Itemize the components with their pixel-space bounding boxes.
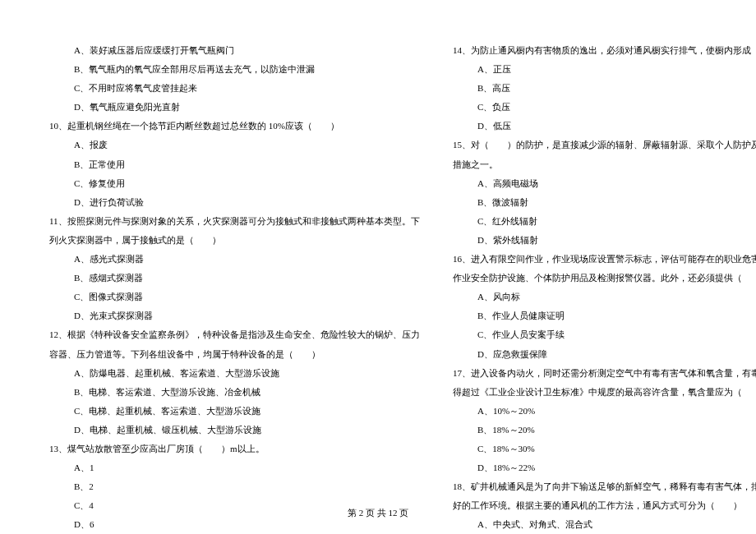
q12-option-d: D、电梯、起重机械、锻压机械、大型游乐设施 xyxy=(49,421,420,440)
q13-stem: 13、煤气站放散管至少应高出厂房顶（ ）m以上。 xyxy=(49,440,420,458)
q17-stem-line1: 17、进入设备内动火，同时还需分析测定空气中有毒有害气体和氧含量，有毒有害气体含… xyxy=(453,364,756,383)
q15-option-b: B、微波辐射 xyxy=(453,193,756,212)
q17-option-a: A、10%～20% xyxy=(453,402,756,421)
q15-option-a: A、高频电磁场 xyxy=(453,174,756,193)
q13-option-a: A、1 xyxy=(49,458,420,477)
q16-option-c: C、作业人员安案手续 xyxy=(453,325,756,344)
q16-stem-line1: 16、进入有限空间作业，作业现场应设置警示标志，评估可能存在的职业危害，并提供合… xyxy=(453,250,756,269)
q16-option-b: B、作业人员健康证明 xyxy=(453,306,756,325)
page-content: A、装好减压器后应缓缓打开氧气瓶阀门 B、氧气瓶内的氧气应全部用尽后再送去充气，… xyxy=(49,41,707,534)
q10-option-c: C、修复使用 xyxy=(49,174,420,193)
q15-stem-line2: 措施之一。 xyxy=(453,155,756,174)
q16-option-a: A、风向标 xyxy=(453,288,756,306)
q15-stem-line1: 15、对（ ）的防护，是直接减少源的辐射、屏蔽辐射源、采取个人防护及执行安全规则… xyxy=(453,136,756,154)
q16-stem-line2: 作业安全防护设施、个体防护用品及检测报警仪器。此外，还必须提供（ ） xyxy=(453,269,756,288)
q18-stem-line1: 18、矿井机械通风是为了向井下输送足够的新鲜空气，稀释有毒有害气体，排除矿尘，保… xyxy=(453,477,756,496)
q10-option-b: B、正常使用 xyxy=(49,155,420,174)
q14-option-d: D、低压 xyxy=(453,117,756,136)
q17-option-b: B、18%～20% xyxy=(453,421,756,440)
q10-option-d: D、进行负荷试验 xyxy=(49,193,420,212)
q14-option-a: A、正压 xyxy=(453,60,756,79)
q9-option-a: A、装好减压器后应缓缓打开氧气瓶阀门 xyxy=(49,41,420,60)
q11-option-a: A、感光式探测器 xyxy=(49,250,420,269)
q10-option-a: A、报废 xyxy=(49,136,420,154)
right-column: 14、为防止通风橱内有害物质的逸出，必须对通风橱实行排气，使橱内形成（ ）状态。… xyxy=(453,41,756,534)
q15-option-d: D、紫外线辐射 xyxy=(453,231,756,250)
q15-option-c: C、红外线辐射 xyxy=(453,212,756,231)
q12-option-a: A、防爆电器、起重机械、客运索道、大型游乐设施 xyxy=(49,364,420,383)
q16-option-d: D、应急救援保障 xyxy=(453,345,756,364)
q9-option-c: C、不用时应将氧气皮管挂起来 xyxy=(49,79,420,98)
q11-option-c: C、图像式探测器 xyxy=(49,288,420,306)
q12-stem-line1: 12、根据《特种设备安全监察条例》，特种设备是指涉及生命安全、危险性较大的锅炉、… xyxy=(49,325,420,344)
q12-stem-line2: 容器、压力管道等。下列各组设备中，均属于特种设备的是（ ） xyxy=(49,345,420,364)
page-footer: 第 2 页 共 12 页 xyxy=(0,507,756,519)
q12-option-b: B、电梯、客运索道、大型游乐设施、冶金机械 xyxy=(49,383,420,402)
q11-stem-line1: 11、按照探测元件与探测对象的关系，火灾探测器可分为接触式和非接触式两种基本类型… xyxy=(49,212,420,231)
q11-stem-line2: 列火灾探测器中，属于接触式的是（ ） xyxy=(49,231,420,250)
q10-stem: 10、起重机钢丝绳在一个捻节距内断丝数超过总丝数的 10%应该（ ） xyxy=(49,117,420,136)
q11-option-b: B、感烟式探测器 xyxy=(49,269,420,288)
q14-option-c: C、负压 xyxy=(453,98,756,117)
q9-option-d: D、氧气瓶应避免阳光直射 xyxy=(49,98,420,117)
q17-option-c: C、18%～30% xyxy=(453,440,756,458)
q14-option-b: B、高压 xyxy=(453,79,756,98)
q17-stem-line2: 得超过《工业企业设计卫生标准》中规度的最高容许含量，氧含量应为（ ） xyxy=(453,383,756,402)
q11-option-d: D、光束式探探测器 xyxy=(49,306,420,325)
q14-stem: 14、为防止通风橱内有害物质的逸出，必须对通风橱实行排气，使橱内形成（ ）状态。 xyxy=(453,41,756,60)
left-column: A、装好减压器后应缓缓打开氧气瓶阀门 B、氧气瓶内的氧气应全部用尽后再送去充气，… xyxy=(49,41,420,534)
q17-option-d: D、18%～22% xyxy=(453,458,756,477)
q9-option-b: B、氧气瓶内的氧气应全部用尽后再送去充气，以防途中泄漏 xyxy=(49,60,420,79)
q13-option-b: B、2 xyxy=(49,477,420,496)
q12-option-c: C、电梯、起重机械、客运索道、大型游乐设施 xyxy=(49,402,420,421)
